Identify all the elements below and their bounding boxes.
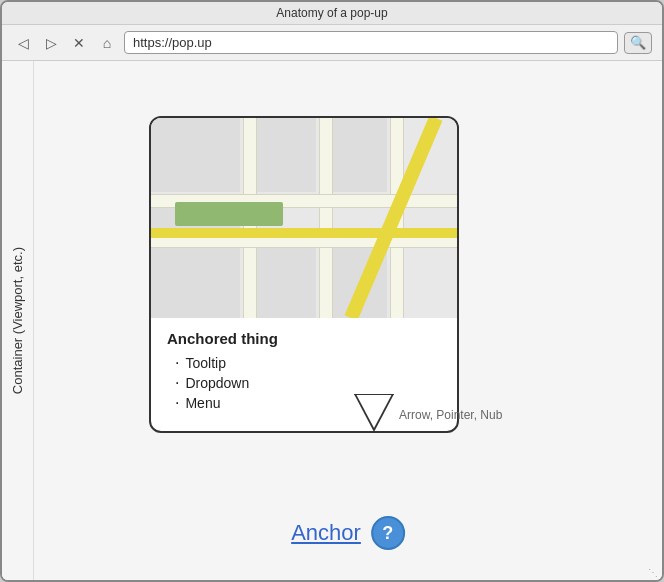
map-road-v2	[319, 118, 333, 318]
bullet-1: ·	[175, 355, 179, 371]
popup-arrow-container: Arrow, Pointer, Nub	[344, 394, 404, 438]
browser-toolbar: ◁ ▷ ✕ ⌂ 🔍	[2, 25, 662, 61]
search-icon: 🔍	[630, 35, 646, 50]
map-road-v3	[390, 118, 404, 318]
map-block-1	[151, 118, 240, 192]
help-icon: ?	[382, 523, 393, 544]
back-icon: ◁	[18, 35, 29, 51]
anchor-link[interactable]: Anchor	[291, 520, 361, 546]
list-item-dropdown: · Dropdown	[175, 375, 441, 391]
list-item-tooltip: · Tooltip	[175, 355, 441, 371]
map-block-5	[151, 238, 240, 318]
arrow-label: Arrow, Pointer, Nub	[399, 408, 502, 422]
popup-arrow-svg	[344, 394, 404, 434]
bullet-3: ·	[175, 395, 179, 411]
home-icon: ⌂	[103, 35, 111, 51]
browser-content: Container (Viewport, etc.)	[2, 61, 662, 580]
popup-title: Anchored thing	[167, 330, 441, 347]
bullet-2: ·	[175, 375, 179, 391]
back-button[interactable]: ◁	[12, 32, 34, 54]
list-item-label-tooltip: Tooltip	[185, 355, 225, 371]
forward-button[interactable]: ▷	[40, 32, 62, 54]
search-button[interactable]: 🔍	[624, 32, 652, 54]
resize-handle[interactable]: ⋱	[648, 567, 658, 578]
browser-window: Anatomy of a pop-up ◁ ▷ ✕ ⌂ 🔍 Container …	[0, 0, 664, 582]
container-label: Container (Viewport, etc.)	[10, 247, 25, 394]
map-green-block	[175, 202, 282, 226]
home-button[interactable]: ⌂	[96, 32, 118, 54]
map-yellow-road	[151, 228, 457, 238]
main-area: Anchored thing · Tooltip · Dropdown · Me	[34, 61, 662, 580]
popup-panel: Anchored thing · Tooltip · Dropdown · Me	[149, 116, 459, 433]
title-bar: Anatomy of a pop-up	[2, 2, 662, 25]
side-label-container: Container (Viewport, etc.)	[2, 61, 34, 580]
anchor-section: Anchor ?	[291, 516, 405, 550]
map-area	[151, 118, 457, 318]
help-button[interactable]: ?	[371, 516, 405, 550]
window-title: Anatomy of a pop-up	[276, 6, 387, 20]
list-item-label-menu: Menu	[185, 395, 220, 411]
close-icon: ✕	[73, 35, 85, 51]
svg-marker-2	[356, 394, 392, 428]
close-button[interactable]: ✕	[68, 32, 90, 54]
address-bar[interactable]	[124, 31, 618, 54]
forward-icon: ▷	[46, 35, 57, 51]
list-item-label-dropdown: Dropdown	[185, 375, 249, 391]
